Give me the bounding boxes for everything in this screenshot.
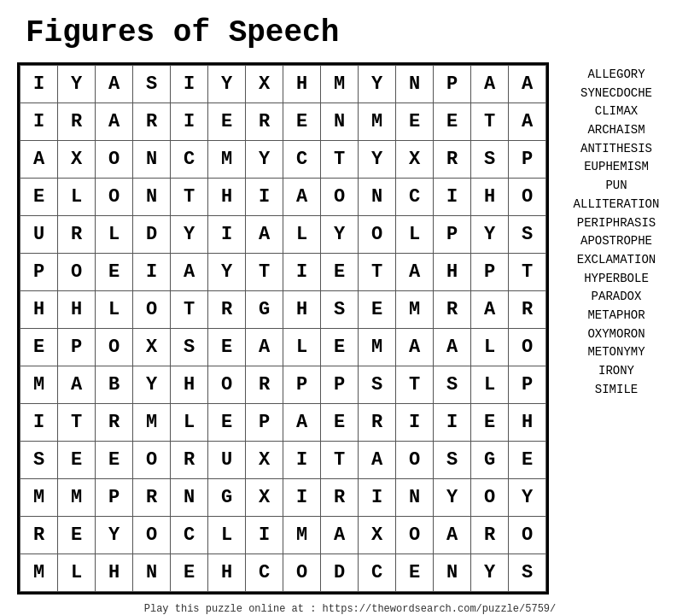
- cell-0-13: A: [509, 66, 546, 103]
- cell-12-2: Y: [96, 517, 133, 554]
- cell-0-7: H: [283, 66, 321, 103]
- cell-6-5: R: [208, 291, 246, 329]
- cell-2-3: N: [133, 141, 171, 179]
- cell-13-0: M: [20, 554, 58, 592]
- cell-7-12: L: [471, 329, 509, 366]
- cell-0-1: Y: [58, 66, 96, 103]
- cell-0-3: S: [133, 66, 171, 103]
- cell-11-5: G: [208, 479, 246, 517]
- cell-3-1: L: [58, 179, 96, 216]
- cell-13-10: E: [396, 554, 434, 592]
- cell-10-6: X: [246, 442, 283, 479]
- cell-10-10: O: [396, 442, 434, 479]
- cell-1-10: E: [396, 103, 434, 141]
- cell-9-12: E: [471, 404, 509, 442]
- cell-13-1: L: [58, 554, 96, 592]
- cell-2-7: C: [283, 141, 321, 179]
- word-item: HYPERBOLE: [584, 270, 649, 289]
- cell-1-11: E: [434, 103, 471, 141]
- cell-9-2: R: [96, 404, 133, 442]
- word-item: PERIPHRASIS: [577, 214, 656, 233]
- cell-8-2: B: [96, 366, 133, 404]
- cell-11-10: N: [396, 479, 434, 517]
- cell-0-2: A: [96, 66, 133, 103]
- cell-4-11: P: [434, 216, 471, 254]
- cell-5-9: T: [359, 254, 396, 291]
- cell-12-4: C: [171, 517, 208, 554]
- cell-13-9: C: [359, 554, 396, 592]
- cell-13-3: N: [133, 554, 171, 592]
- cell-0-0: I: [20, 66, 58, 103]
- word-item: ALLEGORY: [587, 66, 645, 85]
- cell-4-1: R: [58, 216, 96, 254]
- cell-4-4: Y: [171, 216, 208, 254]
- cell-11-7: I: [283, 479, 321, 517]
- cell-6-0: H: [20, 291, 58, 329]
- cell-3-7: A: [283, 179, 321, 216]
- cell-9-8: E: [321, 404, 359, 442]
- cell-4-7: L: [283, 216, 321, 254]
- cell-10-1: E: [58, 442, 96, 479]
- cell-5-5: Y: [208, 254, 246, 291]
- cell-9-7: A: [283, 404, 321, 442]
- word-item: OXYMORON: [587, 325, 645, 344]
- cell-8-8: P: [321, 366, 359, 404]
- cell-2-4: C: [171, 141, 208, 179]
- cell-13-2: H: [96, 554, 133, 592]
- cell-2-0: A: [20, 141, 58, 179]
- cell-10-3: O: [133, 442, 171, 479]
- word-item: METAPHOR: [587, 307, 645, 325]
- cell-2-6: Y: [246, 141, 283, 179]
- cell-8-9: S: [359, 366, 396, 404]
- cell-8-3: Y: [133, 366, 171, 404]
- cell-11-0: M: [20, 479, 58, 517]
- cell-5-8: E: [321, 254, 359, 291]
- cell-1-6: R: [246, 103, 283, 141]
- cell-7-0: E: [20, 329, 58, 366]
- cell-0-5: Y: [208, 66, 246, 103]
- cell-3-3: N: [133, 179, 171, 216]
- main-area: IYASIYXHMYNPAAIRARIERENMEETAAXONCMYCTYXR…: [17, 62, 683, 594]
- cell-11-11: Y: [434, 479, 471, 517]
- cell-1-2: A: [96, 103, 133, 141]
- word-item: SIMILE: [595, 381, 638, 400]
- cell-8-6: R: [246, 366, 283, 404]
- cell-9-11: I: [434, 404, 471, 442]
- cell-13-13: S: [509, 554, 546, 592]
- word-item: PUN: [605, 177, 627, 196]
- cell-13-7: O: [283, 554, 321, 592]
- cell-7-10: A: [396, 329, 434, 366]
- word-item: METONYMY: [587, 343, 645, 362]
- cell-7-2: O: [96, 329, 133, 366]
- cell-4-3: D: [133, 216, 171, 254]
- cell-1-8: N: [321, 103, 359, 141]
- cell-4-10: L: [396, 216, 434, 254]
- cell-11-2: P: [96, 479, 133, 517]
- cell-9-3: M: [133, 404, 171, 442]
- cell-8-7: P: [283, 366, 321, 404]
- cell-10-9: A: [359, 442, 396, 479]
- cell-3-6: I: [246, 179, 283, 216]
- cell-13-8: D: [321, 554, 359, 592]
- cell-10-7: I: [283, 442, 321, 479]
- cell-3-4: T: [171, 179, 208, 216]
- cell-13-11: N: [434, 554, 471, 592]
- cell-5-0: P: [20, 254, 58, 291]
- cell-8-13: P: [509, 366, 546, 404]
- cell-11-8: R: [321, 479, 359, 517]
- cell-6-13: R: [509, 291, 546, 329]
- cell-9-1: T: [58, 404, 96, 442]
- cell-7-11: A: [434, 329, 471, 366]
- footer-text: Play this puzzle online at : https://the…: [144, 603, 556, 615]
- cell-6-12: A: [471, 291, 509, 329]
- cell-2-2: O: [96, 141, 133, 179]
- word-item: ANTITHESIS: [580, 140, 652, 159]
- cell-11-1: M: [58, 479, 96, 517]
- cell-12-5: L: [208, 517, 246, 554]
- cell-0-6: X: [246, 66, 283, 103]
- cell-8-10: T: [396, 366, 434, 404]
- cell-6-8: S: [321, 291, 359, 329]
- word-item: IRONY: [598, 362, 634, 381]
- cell-1-5: E: [208, 103, 246, 141]
- cell-4-9: O: [359, 216, 396, 254]
